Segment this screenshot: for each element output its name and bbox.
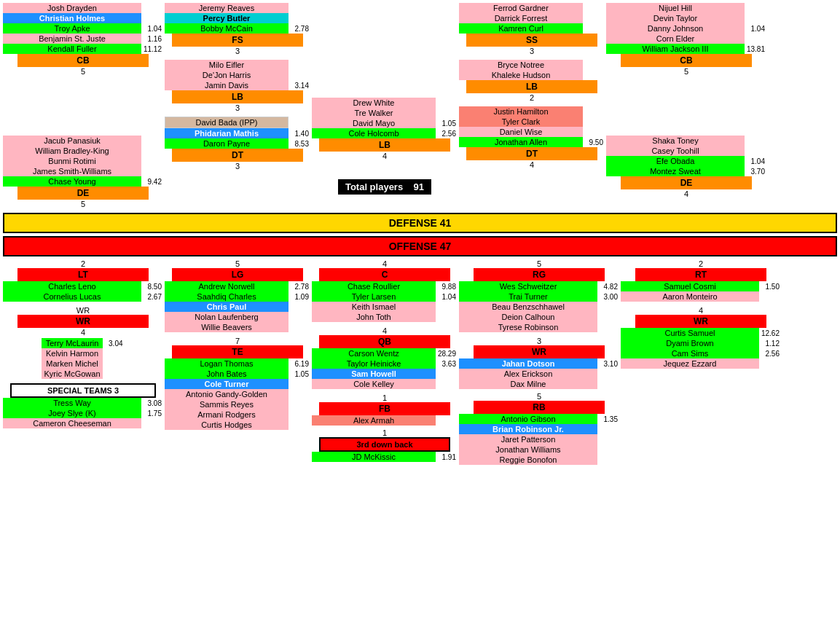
player-name: Curtis Hodges (165, 420, 288, 430)
player-name: Alex Erickson (459, 369, 597, 379)
player-row: Chase Young 9.42 (3, 176, 163, 187)
player-name: Ferrod Gardner (459, 3, 583, 13)
player-row: Beau Benzschhawel (459, 302, 619, 312)
col3-offense: 4 C Chase Roullier 9.88 Tyler Larsen 1.0… (312, 259, 458, 462)
player-row: Alex Armah (312, 415, 458, 426)
player-name: Tress Way (3, 398, 141, 408)
player-row: Willie Beavers (165, 322, 310, 332)
player-row: Terry McLaurin 3.04 (42, 338, 124, 348)
player-value: 6.19 (288, 360, 310, 368)
pos-badge-ss: SS (466, 34, 597, 47)
pos-badge-dt2: DT (172, 149, 303, 162)
player-value: 1.05 (436, 119, 458, 128)
player-value: 2.67 (141, 293, 163, 301)
player-name: Alex Armah (312, 415, 436, 426)
player-row: Kelvin Harmon (42, 348, 124, 358)
player-name: Troy Apke (3, 23, 141, 34)
player-row: Dax Milne (459, 379, 619, 389)
wr-count-left: 4 (81, 328, 85, 337)
player-name: Phidarian Mathis (165, 128, 288, 138)
player-name: Jequez Ezzard (621, 358, 759, 369)
pos-count3: 3 (235, 162, 240, 170)
player-name: Jahan Dotson (459, 358, 597, 369)
player-value: 1.04 (436, 293, 458, 301)
player-name: Nijuel Hill (606, 3, 745, 13)
offense-banner: OFFENSE 47 (3, 236, 837, 256)
pos-badge-fb: FB (319, 402, 450, 415)
player-row: William Bradley-King (3, 146, 163, 156)
player-row: Curtis Samuel 12.62 (621, 328, 781, 338)
player-value: 3.14 (288, 82, 310, 90)
player-name: Jacub Panasiuk (3, 136, 141, 146)
player-name: Chase Young (3, 176, 141, 187)
player-value: 2.56 (436, 130, 458, 138)
de-block-right: Shaka Toney Casey Toohill Efe Obada 1.04… (606, 136, 766, 198)
player-row: JD McKissic 1.91 (312, 452, 458, 462)
qb-count: 4 (382, 326, 387, 335)
player-name: Keith Ismael (312, 302, 436, 312)
wr-count: WR (76, 306, 90, 315)
pos-badge-rg: RG (474, 268, 605, 281)
player-row: Danny Johnson 1.04 (606, 23, 766, 34)
player-row: Bobby McCain 2.78 (165, 23, 310, 34)
pos-count: 3 (530, 47, 534, 55)
player-row: Dyami Brown 1.12 (621, 338, 781, 348)
player-row: Alex Erickson (459, 369, 619, 379)
player-row: Andrew Norwell 2.78 (165, 281, 310, 291)
main-container: Josh Drayden Christian Holmes Troy Apke … (3, 3, 837, 465)
lb-block-col2: Milo Eifler De'Jon Harris Jamin Davis 3.… (165, 60, 310, 112)
player-row: Aaron Monteiro (621, 291, 781, 302)
player-row: Percy Butler (165, 13, 310, 23)
player-value: 9.88 (436, 283, 458, 291)
pos-count2: 3 (235, 103, 240, 112)
col3-defense: Drew White Tre Walker David Mayo 1.05 Co… (312, 3, 458, 197)
player-row: Devin Taylor (606, 13, 766, 23)
wr-count-col5: 4 (699, 306, 703, 315)
c-count: 4 (382, 259, 387, 268)
player-name: Bunmi Rotimi (3, 156, 141, 166)
player-name: Aaron Monteiro (621, 291, 759, 302)
player-row: Justin Hamilton (459, 106, 605, 117)
player-name: Samuel Cosmi (621, 281, 759, 291)
player-row: Tre Walker (312, 108, 458, 118)
player-name: Cam Sims (621, 348, 759, 358)
player-row: Jahan Dotson 3.10 (459, 358, 619, 369)
player-row: Cole Holcomb 2.56 (312, 128, 458, 138)
player-name: Darrick Forrest (459, 13, 583, 23)
player-row: Reggie Bonofon (459, 455, 619, 465)
player-value: 1.75 (141, 409, 163, 417)
player-name: Drew White (312, 98, 436, 108)
pos-count2: 2 (530, 93, 534, 102)
lb-block-col4: Bryce Notree Khaleke Hudson LB 2 (459, 60, 605, 102)
player-row: Jonathan Allen 9.50 (459, 137, 605, 147)
pos-badge-de-right: DE (621, 176, 752, 189)
total-players-box: Total players 91 (338, 179, 431, 195)
player-row: Sam Howell (312, 369, 458, 379)
player-row: Kyric McGowan (42, 369, 124, 379)
rb-count: 5 (537, 392, 541, 401)
player-name: Sammis Reyes (165, 399, 288, 409)
player-value: 12.62 (759, 329, 781, 337)
player-row: Chris Paul (165, 302, 310, 312)
player-row: Corn Elder (606, 34, 766, 44)
player-name: Percy Butler (165, 13, 288, 23)
pos-count: 5 (81, 67, 85, 76)
player-name: Curtis Samuel (621, 328, 759, 338)
pos-badge-3rd: 3rd down back (319, 437, 450, 452)
pos-badge-cb-right: CB (621, 54, 752, 67)
player-row: Tyrese Robinson (459, 322, 619, 332)
player-row: Jonathan Williams (459, 444, 619, 455)
player-row: Logan Thomas 6.19 (165, 358, 310, 369)
player-row: Jacub Panasiuk (3, 136, 163, 146)
player-name: John Bates (165, 369, 288, 379)
player-name: Bobby McCain (165, 23, 288, 34)
player-name: Charles Leno (3, 281, 141, 291)
player-row: Keith Ismael (312, 302, 458, 312)
player-name: Dax Milne (459, 379, 597, 389)
te-count: 7 (235, 337, 240, 345)
dt-block-col4: Justin Hamilton Tyler Clark Daniel Wise … (459, 106, 605, 169)
player-row: Saahdiq Charles 1.09 (165, 291, 310, 302)
player-value: 3.04 (103, 340, 125, 348)
ss-block: Ferrod Gardner Darrick Forrest Kamren Cu… (459, 3, 605, 55)
player-row: Kamren Curl (459, 23, 605, 34)
